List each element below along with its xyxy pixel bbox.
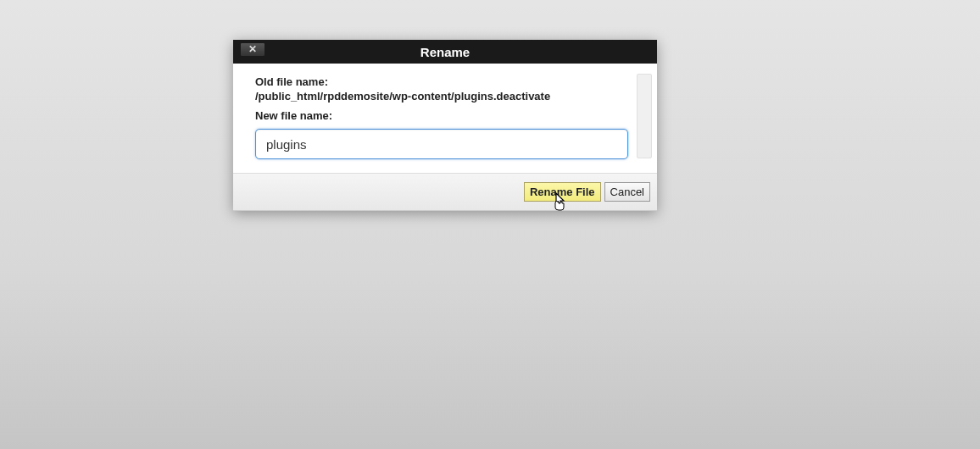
cancel-button[interactable]: Cancel (604, 182, 650, 202)
dialog-titlebar: ✕ Rename (233, 40, 657, 64)
dialog-body: Old file name: /public_html/rpddemosite/… (233, 64, 657, 173)
new-file-name-label: New file name: (255, 109, 635, 122)
dialog-title: Rename (420, 45, 470, 59)
close-button[interactable]: ✕ (240, 42, 265, 57)
dialog-footer: Rename File Cancel (233, 173, 657, 211)
scrollbar-track[interactable] (637, 74, 652, 158)
new-file-name-input[interactable] (255, 129, 628, 159)
close-icon: ✕ (248, 44, 257, 54)
rename-dialog: ✕ Rename Old file name: /public_html/rpd… (233, 40, 657, 211)
old-file-name-path: /public_html/rpddemosite/wp-content/plug… (255, 90, 635, 103)
old-file-name-label: Old file name: (255, 75, 635, 88)
rename-file-button[interactable]: Rename File (524, 182, 601, 202)
